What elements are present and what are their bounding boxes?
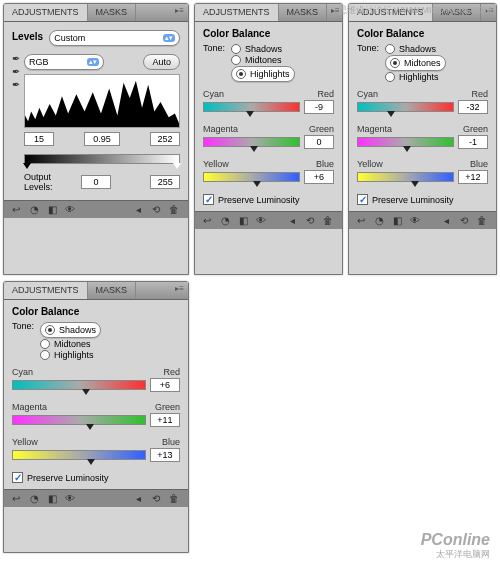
- output-label: Output Levels:: [24, 172, 81, 192]
- clip-icon[interactable]: ◧: [44, 203, 60, 217]
- radio-highlights[interactable]: Highlights: [40, 350, 101, 360]
- green-label: Green: [309, 124, 334, 134]
- clip-icon[interactable]: ◧: [389, 214, 405, 228]
- prev-icon[interactable]: ◂: [130, 492, 146, 506]
- tab-masks[interactable]: MASKS: [88, 282, 137, 299]
- blue-label: Blue: [316, 159, 334, 169]
- eyedropper-gray-icon[interactable]: ✒: [12, 66, 20, 77]
- yb-slider[interactable]: [203, 172, 300, 182]
- gamma-input[interactable]: 0.95: [84, 132, 120, 146]
- mg-slider[interactable]: [357, 137, 454, 147]
- return-icon[interactable]: ↩: [8, 492, 24, 506]
- white-input[interactable]: 252: [150, 132, 180, 146]
- cr-value[interactable]: -9: [304, 100, 334, 114]
- clip-icon[interactable]: ◧: [235, 214, 251, 228]
- visibility-icon[interactable]: 👁: [407, 214, 423, 228]
- eyedropper-white-icon[interactable]: ✒: [12, 79, 20, 90]
- visibility-icon[interactable]: 👁: [253, 214, 269, 228]
- tab-adjustments[interactable]: ADJUSTMENTS: [195, 4, 279, 21]
- return-icon[interactable]: ↩: [8, 203, 24, 217]
- preset-select[interactable]: Custom▴▾: [49, 30, 180, 46]
- watermark-sub: 太平洋电脑网: [436, 548, 490, 561]
- view-icon[interactable]: ◔: [371, 214, 387, 228]
- radio-highlights[interactable]: Highlights: [385, 72, 446, 82]
- yb-slider[interactable]: [357, 172, 454, 182]
- eyedropper-tools: ✒ ✒ ✒: [12, 52, 20, 194]
- cb-panel-shadows: ADJUSTMENTSMASKS▸≡ Color Balance Tone: S…: [3, 281, 189, 553]
- mg-value[interactable]: 0: [304, 135, 334, 149]
- cyan-label: Cyan: [203, 89, 224, 99]
- yellow-label: Yellow: [203, 159, 229, 169]
- preset-value: Custom: [54, 33, 85, 43]
- trash-icon[interactable]: 🗑: [474, 214, 490, 228]
- radio-shadows[interactable]: Shadows: [385, 44, 446, 54]
- prev-icon[interactable]: ◂: [130, 203, 146, 217]
- radio-highlights[interactable]: Highlights: [231, 66, 295, 82]
- tab-adjustments[interactable]: ADJUSTMENTS: [4, 4, 88, 21]
- tone-label: Tone:: [12, 321, 34, 331]
- auto-button[interactable]: Auto: [143, 54, 180, 70]
- return-icon[interactable]: ↩: [353, 214, 369, 228]
- prev-icon[interactable]: ◂: [284, 214, 300, 228]
- return-icon[interactable]: ↩: [199, 214, 215, 228]
- levels-title: Levels: [12, 31, 43, 42]
- yb-value[interactable]: +13: [150, 448, 180, 462]
- view-icon[interactable]: ◔: [26, 492, 42, 506]
- cb-title: Color Balance: [203, 28, 334, 39]
- trash-icon[interactable]: 🗑: [320, 214, 336, 228]
- yb-slider[interactable]: [12, 450, 146, 460]
- mg-slider[interactable]: [203, 137, 300, 147]
- preserve-luminosity-checkbox[interactable]: ✓Preserve Luminosity: [12, 472, 180, 483]
- panel-tabs: ADJUSTMENTS MASKS ▸≡: [4, 4, 188, 22]
- visibility-icon[interactable]: 👁: [62, 492, 78, 506]
- collapse-icon[interactable]: ▸≡: [171, 282, 188, 299]
- mg-value[interactable]: +11: [150, 413, 180, 427]
- eyedropper-black-icon[interactable]: ✒: [12, 53, 20, 64]
- yb-value[interactable]: +12: [458, 170, 488, 184]
- yb-value[interactable]: +6: [304, 170, 334, 184]
- watermark-brand: PConline: [421, 531, 490, 549]
- panel-footer: ↩ ◔ ◧ 👁 ◂ ⟲ 🗑: [4, 200, 188, 218]
- trash-icon[interactable]: 🗑: [166, 203, 182, 217]
- radio-midtones[interactable]: Midtones: [40, 339, 101, 349]
- tone-label: Tone:: [357, 43, 379, 53]
- collapse-icon[interactable]: ▸≡: [171, 4, 188, 21]
- view-icon[interactable]: ◔: [26, 203, 42, 217]
- preserve-luminosity-checkbox[interactable]: ✓Preserve Luminosity: [357, 194, 488, 205]
- clip-icon[interactable]: ◧: [44, 492, 60, 506]
- cr-value[interactable]: +6: [150, 378, 180, 392]
- output-gradient[interactable]: [24, 154, 180, 164]
- tab-adjustments[interactable]: ADJUSTMENTS: [4, 282, 88, 299]
- radio-midtones[interactable]: Midtones: [385, 55, 446, 71]
- prev-icon[interactable]: ◂: [438, 214, 454, 228]
- reset-icon[interactable]: ⟲: [456, 214, 472, 228]
- mg-value[interactable]: -1: [458, 135, 488, 149]
- black-input[interactable]: 15: [24, 132, 54, 146]
- red-label: Red: [317, 89, 334, 99]
- out-black-input[interactable]: 0: [81, 175, 111, 189]
- tab-masks[interactable]: MASKS: [88, 4, 137, 21]
- preserve-luminosity-checkbox[interactable]: ✓Preserve Luminosity: [203, 194, 334, 205]
- radio-shadows[interactable]: Shadows: [40, 322, 101, 338]
- visibility-icon[interactable]: 👁: [62, 203, 78, 217]
- cr-slider[interactable]: [12, 380, 146, 390]
- trash-icon[interactable]: 🗑: [166, 492, 182, 506]
- reset-icon[interactable]: ⟲: [148, 492, 164, 506]
- magenta-label: Magenta: [203, 124, 238, 134]
- tab-masks[interactable]: MASKS: [279, 4, 328, 21]
- watermark-top: 思维设计论坛 WWW.MISSYUAN.COM: [338, 4, 493, 17]
- radio-midtones[interactable]: Midtones: [231, 55, 295, 65]
- out-white-input[interactable]: 255: [150, 175, 180, 189]
- reset-icon[interactable]: ⟲: [148, 203, 164, 217]
- reset-icon[interactable]: ⟲: [302, 214, 318, 228]
- radio-shadows[interactable]: Shadows: [231, 44, 295, 54]
- view-icon[interactable]: ◔: [217, 214, 233, 228]
- cr-slider[interactable]: [203, 102, 300, 112]
- levels-panel: ADJUSTMENTS MASKS ▸≡ Levels Custom▴▾ ✒ ✒…: [3, 3, 189, 275]
- cb-title: Color Balance: [357, 28, 488, 39]
- cb-panel-highlights: ADJUSTMENTSMASKS▸≡ Color Balance Tone: S…: [194, 3, 343, 275]
- cr-slider[interactable]: [357, 102, 454, 112]
- mg-slider[interactable]: [12, 415, 146, 425]
- channel-select[interactable]: RGB▴▾: [24, 54, 104, 70]
- cr-value[interactable]: -32: [458, 100, 488, 114]
